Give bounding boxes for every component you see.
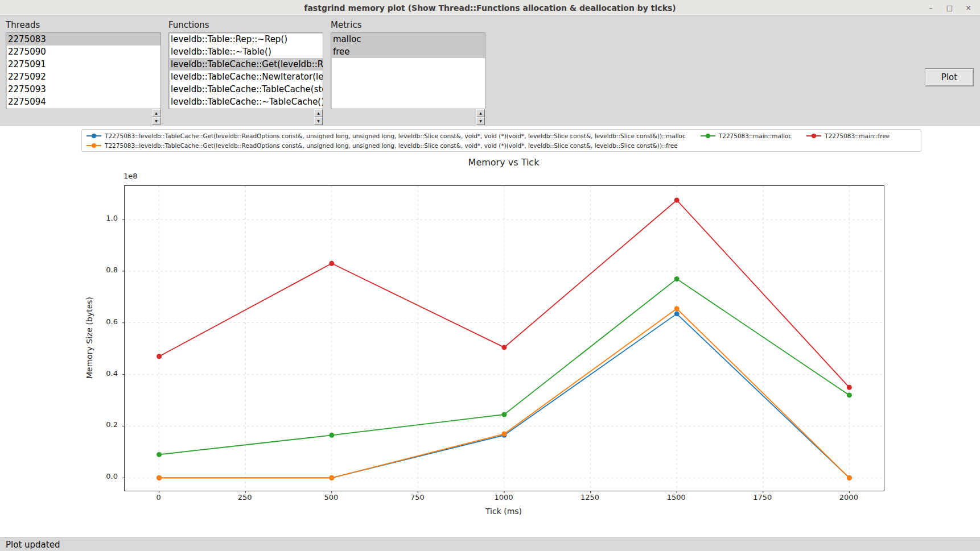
x-axis-label: Tick (ms): [124, 507, 883, 516]
data-point-marker: [329, 475, 334, 480]
legend-entry: T2275083::main::free: [806, 132, 890, 139]
y-tick-label: 0.4: [106, 369, 118, 378]
window-controls: – □ ×: [926, 0, 973, 15]
metrics-label: Metrics: [331, 20, 361, 30]
data-point-marker: [502, 345, 507, 350]
list-item[interactable]: leveldb::TableCache::~TableCache(): [169, 96, 323, 108]
list-item[interactable]: malloc: [331, 33, 485, 45]
x-tick-label: 1250: [580, 493, 599, 502]
y-tick-label: 0.0: [106, 472, 118, 480]
scroll-down-icon[interactable]: ▼: [152, 117, 160, 125]
x-tick-label: 750: [410, 493, 425, 502]
y-axis-offset-text: 1e8: [123, 172, 138, 180]
legend-label: T2275083::main::malloc: [719, 132, 792, 139]
y-tick-labels: 0.00.20.40.60.81.0: [91, 185, 118, 490]
threads-listbox[interactable]: 2275083227509022750912275092227509322750…: [6, 32, 161, 109]
list-item[interactable]: 2275092: [6, 71, 160, 83]
data-point-marker: [502, 432, 507, 437]
x-tick-label: 1000: [494, 493, 513, 502]
data-point-marker: [847, 392, 852, 397]
plot-button[interactable]: Plot: [925, 68, 974, 86]
data-point-marker: [329, 433, 334, 438]
list-item[interactable]: 2275091: [6, 58, 160, 71]
data-point-marker: [157, 452, 162, 457]
y-tick-label: 0.8: [106, 266, 118, 274]
window-title: fastgrind memory plot (Show Thread::Func…: [304, 3, 676, 13]
legend-entry: T2275083::main::malloc: [701, 132, 792, 139]
legend-marker: [87, 133, 101, 139]
data-point-marker: [157, 475, 162, 480]
scroll-up-icon[interactable]: ▲: [152, 109, 160, 117]
scroll-down-icon[interactable]: ▼: [476, 117, 485, 125]
legend-entry: T2275083::leveldb::TableCache::Get(level…: [87, 142, 678, 149]
data-point-marker: [329, 261, 334, 266]
legend-label: T2275083::main::free: [825, 132, 890, 139]
list-item[interactable]: 2275083: [6, 33, 160, 45]
threads-scrollbar[interactable]: ▲ ▼: [152, 109, 160, 125]
functions-label: Functions: [168, 20, 209, 30]
y-tick-label: 0.2: [106, 420, 118, 429]
status-bar: Plot updated: [0, 537, 980, 551]
x-tick-labels: 025050075010001250150017502000: [124, 493, 883, 502]
status-text: Plot updated: [6, 540, 60, 550]
metrics-scrollbar[interactable]: ▲ ▼: [476, 109, 485, 125]
x-tick-label: 2000: [839, 493, 858, 502]
scroll-up-icon[interactable]: ▲: [476, 109, 485, 117]
y-axis-label: Memory Size (bytes): [85, 297, 94, 379]
threads-label: Threads: [6, 20, 40, 30]
legend-marker: [701, 133, 715, 139]
close-icon[interactable]: ×: [963, 3, 973, 13]
data-point-marker: [502, 412, 507, 417]
scroll-up-icon[interactable]: ▲: [314, 109, 323, 117]
app-window: fastgrind memory plot (Show Thread::Func…: [0, 0, 980, 551]
list-item[interactable]: 2275094: [6, 96, 160, 108]
x-tick-label: 1500: [667, 493, 686, 502]
titlebar: fastgrind memory plot (Show Thread::Func…: [0, 0, 980, 16]
x-tick-label: 500: [324, 493, 338, 502]
x-tick-label: 1750: [753, 493, 772, 502]
scroll-down-icon[interactable]: ▼: [314, 117, 323, 125]
plot-canvas: [125, 186, 884, 491]
chart-legend: T2275083::leveldb::TableCache::Get(level…: [81, 129, 921, 152]
legend-label: T2275083::leveldb::TableCache::Get(level…: [105, 132, 686, 139]
list-item[interactable]: leveldb::TableCache::Get(leveldb::ReadOp…: [169, 58, 323, 71]
list-item[interactable]: leveldb::Table::Rep::~Rep(): [169, 33, 323, 45]
list-item[interactable]: leveldb::Table::~Table(): [169, 45, 323, 58]
selection-panel: Threads Functions Metrics 22750832275090…: [0, 16, 980, 126]
functions-listbox[interactable]: leveldb::Table::Rep::~Rep()leveldb::Tabl…: [168, 32, 323, 109]
data-point-marker: [674, 306, 680, 311]
chart-figure: T2275083::leveldb::TableCache::Get(level…: [0, 126, 980, 537]
data-point-marker: [157, 354, 162, 359]
chart-title: Memory vs Tick: [124, 157, 883, 168]
list-item[interactable]: leveldb::TableCache::NewIterator(leveldb: [169, 71, 323, 83]
maximize-icon[interactable]: □: [945, 3, 954, 13]
plot-axes: [124, 185, 884, 491]
list-item[interactable]: 2275093: [6, 83, 160, 96]
legend-marker: [87, 143, 101, 148]
y-tick-label: 1.0: [106, 214, 118, 222]
functions-scrollbar[interactable]: ▲ ▼: [314, 109, 323, 125]
data-point-marker: [847, 475, 852, 480]
x-tick-label: 250: [238, 493, 252, 502]
legend-label: T2275083::leveldb::TableCache::Get(level…: [105, 142, 678, 149]
data-point-marker: [847, 385, 852, 390]
legend-entry: T2275083::leveldb::TableCache::Get(level…: [87, 132, 686, 139]
x-tick-label: 0: [156, 493, 160, 502]
minimize-icon[interactable]: –: [926, 3, 936, 13]
data-point-marker: [674, 197, 680, 202]
list-item[interactable]: 2275090: [6, 45, 160, 58]
data-point-marker: [674, 276, 680, 281]
y-tick-label: 0.6: [106, 317, 118, 326]
legend-row: T2275083::leveldb::TableCache::Get(level…: [82, 141, 921, 150]
legend-row: T2275083::leveldb::TableCache::Get(level…: [82, 131, 921, 140]
chart-line: [159, 309, 850, 478]
metrics-listbox[interactable]: mallocfree: [331, 32, 485, 109]
list-item[interactable]: leveldb::TableCache::TableCache(std::__c: [169, 83, 323, 96]
legend-marker: [806, 133, 821, 139]
list-item[interactable]: free: [331, 45, 485, 58]
data-point-marker: [674, 311, 680, 316]
